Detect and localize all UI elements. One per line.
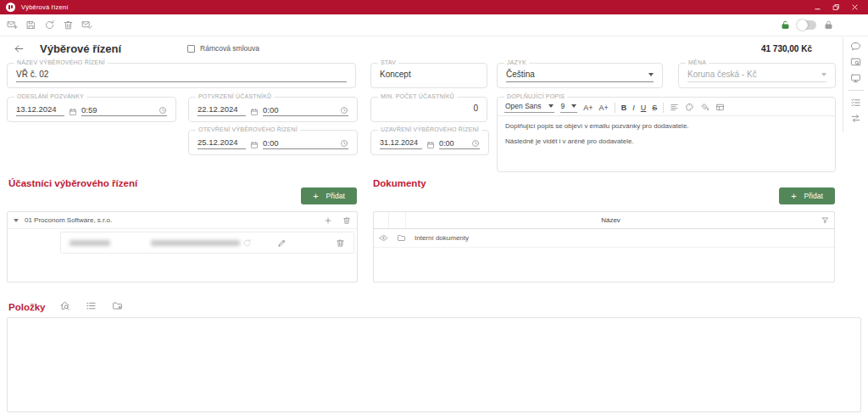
mail-check-icon[interactable]: [81, 20, 92, 31]
language-value[interactable]: Čeština: [506, 70, 535, 79]
ramcova-smlouva-checkbox[interactable]: [187, 45, 195, 53]
opening-field: OTEVŘENÍ VÝBĚROVÉHO ŘÍZENÍ 25.12.2024 0:…: [188, 130, 358, 155]
search-document-icon[interactable]: [850, 57, 861, 68]
back-button[interactable]: [14, 43, 25, 54]
calendar-icon[interactable]: [250, 108, 259, 116]
documents-name-column: Název: [406, 216, 815, 224]
font-size-value: 9: [561, 102, 565, 110]
invitation-sent-time[interactable]: 0:59: [81, 105, 97, 115]
font-shrink-button[interactable]: A+: [599, 104, 609, 112]
close-icon[interactable]: [851, 3, 859, 11]
closing-label: UZAVŘENÍ VÝBĚROVÉHO ŘÍZENÍ: [378, 126, 481, 132]
language-label: JAZYK: [504, 59, 529, 65]
calendar-icon[interactable]: [250, 141, 259, 149]
rail-separator: [849, 90, 864, 91]
chevron-down-icon[interactable]: [648, 73, 654, 76]
confirmation-field: POTVRZENÍ ÚČASTNÍKŮ 22.12.2024 0:00: [188, 97, 358, 122]
description-label: DOPLŇUJÍCÍ POPIS: [504, 93, 567, 99]
font-grow-button[interactable]: A+: [583, 104, 593, 112]
confirmation-date[interactable]: 22.12.2024: [198, 104, 246, 116]
clock-icon[interactable]: [471, 139, 480, 148]
clock-icon[interactable]: [340, 106, 348, 115]
tender-name-value[interactable]: VŘ č. 02: [16, 70, 48, 79]
window-controls: [814, 3, 862, 11]
calendar-icon[interactable]: [69, 108, 77, 116]
font-family-select[interactable]: Open Sans: [504, 102, 554, 113]
chevron-down-icon: [571, 104, 576, 108]
add-participant-button[interactable]: Přidat: [301, 187, 357, 204]
participants-heading: Účastníci výběrového řízení: [8, 178, 137, 188]
confirmation-label: POTVRZENÍ ÚČASTNÍKŮ: [196, 93, 274, 99]
redacted-name: [70, 240, 110, 246]
clock-icon[interactable]: [340, 139, 348, 148]
participant-member-row[interactable]: [60, 232, 354, 254]
documents-header-spacer: [374, 212, 389, 228]
documents-heading: Dokumenty: [373, 178, 426, 188]
window-title: Výběrová řízení: [21, 3, 69, 11]
tender-name-field[interactable]: NÁZEV VÝBĚROVÉHO ŘÍZENÍ VŘ č. 02: [7, 63, 356, 88]
documents-panel: Název Interní dokumenty: [373, 211, 835, 283]
comments-icon[interactable]: [850, 41, 861, 52]
underline-button[interactable]: U: [641, 104, 647, 112]
bold-button[interactable]: B: [621, 104, 627, 112]
participant-group-row[interactable]: 01 Proconom Software, s.r.o.: [8, 212, 357, 229]
eye-icon[interactable]: [379, 233, 388, 243]
redacted-email: [151, 240, 240, 246]
lock-open-icon[interactable]: [780, 20, 791, 31]
workflow-icon[interactable]: [850, 113, 861, 124]
italic-button[interactable]: I: [632, 104, 635, 112]
catalog-search-icon[interactable]: [59, 300, 70, 311]
align-icon[interactable]: [670, 103, 679, 112]
lock-toggle[interactable]: [798, 20, 816, 30]
edit-pencil-icon[interactable]: [277, 238, 287, 248]
lock-closed-icon[interactable]: [823, 20, 834, 31]
min-participants-value[interactable]: 0: [380, 104, 478, 113]
min-participants-field[interactable]: MIN. POČET ÚČASTNÍKŮ 0: [370, 97, 487, 122]
items-panel: Import vlastních položek z Excelu Kód Ná…: [7, 317, 861, 412]
collapse-caret-icon[interactable]: [14, 219, 19, 222]
description-paragraph: Doplňující popis se objeví v emailu pozv…: [505, 122, 827, 130]
minimize-icon[interactable]: [814, 3, 821, 11]
font-family-value: Open Sans: [505, 102, 542, 110]
insert-table-icon[interactable]: [715, 103, 725, 112]
delete-member-icon[interactable]: [336, 238, 345, 248]
documents-header-row: Název: [374, 212, 834, 229]
save-icon[interactable]: [25, 20, 36, 31]
delete-group-icon[interactable]: [342, 216, 351, 225]
document-row[interactable]: Interní dokumenty: [374, 229, 834, 248]
clock-icon[interactable]: [159, 106, 167, 115]
invitation-sent-date[interactable]: 13.12.2024: [16, 104, 64, 116]
fill-color-icon[interactable]: [700, 103, 709, 112]
list-view-icon[interactable]: [86, 300, 97, 311]
description-text[interactable]: Doplňující popis se objeví v emailu pozv…: [498, 116, 835, 159]
opening-time[interactable]: 0:00: [263, 138, 279, 148]
toolbar-divider: [663, 103, 664, 113]
items-heading: Položky: [8, 302, 45, 312]
closing-field: UZAVŘENÍ VÝBĚROVÉHO ŘÍZENÍ 31.12.2024 0:…: [370, 130, 489, 155]
confirmation-time[interactable]: 0:00: [263, 105, 279, 115]
text-color-icon[interactable]: [685, 103, 694, 112]
screen-icon[interactable]: [850, 73, 861, 84]
calendar-icon[interactable]: [426, 141, 435, 149]
delete-icon[interactable]: [63, 20, 74, 31]
participant-group-name: 01 Proconom Software, s.r.o.: [25, 216, 112, 224]
strikethrough-button[interactable]: S: [652, 104, 657, 112]
tasks-icon[interactable]: [850, 97, 861, 108]
language-select[interactable]: JAZYK Čeština: [497, 63, 663, 88]
send-invitation-icon[interactable]: [7, 20, 18, 31]
folder-icon[interactable]: [397, 233, 406, 243]
documents-header-spacer: [389, 212, 406, 228]
refresh-icon[interactable]: [44, 20, 55, 31]
font-size-select[interactable]: 9: [560, 102, 578, 113]
add-document-button[interactable]: Přidat: [779, 187, 835, 204]
opening-date[interactable]: 25.12.2024: [198, 137, 246, 149]
closing-time[interactable]: 0:00: [439, 139, 454, 148]
restore-icon[interactable]: [832, 3, 840, 11]
currency-value: Koruna česká - Kč: [687, 70, 757, 79]
status-value: Koncept: [380, 70, 411, 79]
closing-date[interactable]: 31.12.2024: [380, 138, 422, 149]
add-folder-icon[interactable]: [112, 300, 123, 311]
currency-label: MĚNA: [686, 59, 709, 65]
add-member-icon[interactable]: [324, 216, 332, 225]
filter-funnel-icon[interactable]: [821, 216, 829, 224]
